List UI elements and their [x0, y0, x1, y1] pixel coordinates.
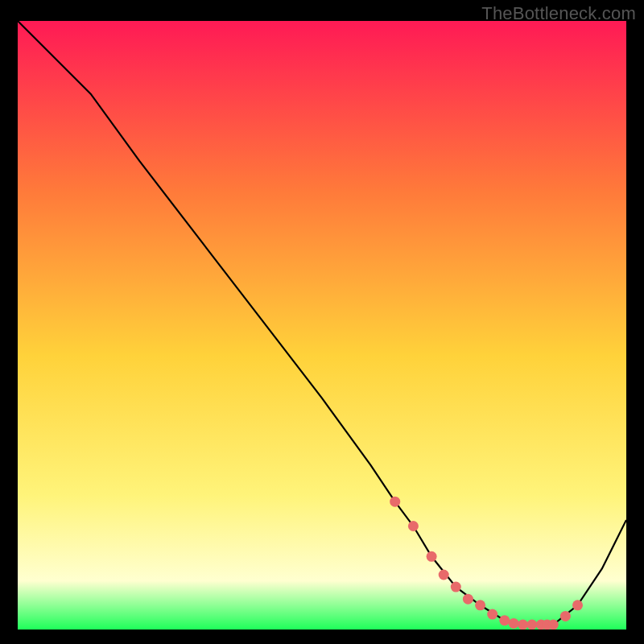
marker-dot	[560, 611, 571, 621]
marker-dot	[390, 497, 400, 507]
gradient-background	[18, 21, 626, 630]
marker-dot	[408, 521, 419, 531]
marker-dot	[526, 620, 537, 630]
plot-area	[18, 21, 626, 630]
marker-dot	[475, 600, 485, 610]
marker-dot	[427, 551, 437, 562]
marker-dot	[499, 615, 510, 625]
chart-frame: TheBottleneck.com	[0, 0, 644, 644]
marker-dot	[509, 618, 519, 629]
watermark-text: TheBottleneck.com	[481, 3, 636, 24]
marker-dot	[463, 594, 473, 605]
marker-dot	[572, 600, 583, 610]
marker-dot	[451, 582, 461, 592]
marker-dot	[518, 620, 528, 630]
chart-svg	[18, 21, 626, 630]
marker-dot	[487, 609, 497, 620]
marker-dot	[439, 570, 449, 580]
marker-dot	[548, 620, 559, 630]
